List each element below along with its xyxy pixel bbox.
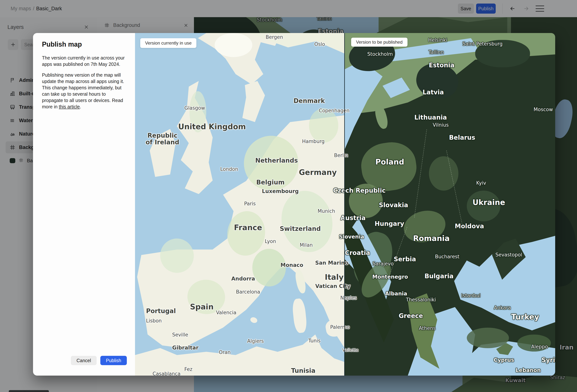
dialog-paragraph-1: The version currently in use across your…	[42, 55, 127, 67]
cancel-button[interactable]: Cancel	[71, 356, 97, 365]
map-compare-area: BergenOsloGlasgowUnited KingdomRepublic …	[135, 33, 555, 376]
version-new-badge: Version to be published	[351, 38, 407, 47]
version-current-badge: Version currently in use	[140, 38, 196, 48]
this-article-link[interactable]: this article	[59, 104, 80, 109]
publish-confirm-button[interactable]: Publish	[100, 356, 127, 365]
dialog-paragraph-2: Publishing new version of the map will u…	[42, 72, 127, 110]
compare-split-divider[interactable]	[344, 33, 345, 376]
map-preview-current-version[interactable]	[135, 33, 345, 376]
map-preview-new-version[interactable]	[345, 33, 555, 376]
publish-map-dialog: Publish map The version currently in use…	[33, 33, 135, 376]
publish-compare-card: Publish map The version currently in use…	[33, 33, 555, 376]
dialog-title: Publish map	[42, 40, 127, 48]
